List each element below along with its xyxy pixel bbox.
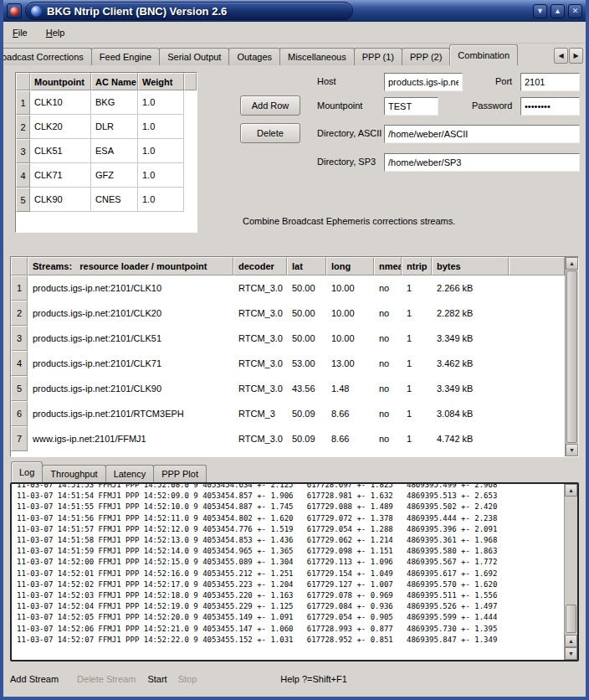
password-input[interactable]: [520, 97, 580, 116]
combination-acname-cell[interactable]: GFZ: [91, 163, 138, 188]
log-scrollbar[interactable]: ▲ ▲ ▼: [564, 484, 577, 660]
directory-sp3-input[interactable]: [384, 153, 580, 172]
titlebar[interactable]: BKG Ntrip Client (BNC) Version 2.6 ▼ ▲ ✕: [3, 0, 586, 22]
add-row-button[interactable]: Add Row: [240, 95, 300, 116]
delete-button[interactable]: Delete: [240, 123, 300, 143]
streams-table-row[interactable]: 3products.igs-ip.net:2101/CLK51RTCM_3.05…: [11, 326, 565, 351]
stream-ntrip-cell: 1: [402, 376, 432, 401]
log-line: 11-03-07 14:52:07 FFMJ1 PPP 14:52:22.0 9…: [17, 635, 564, 646]
stream-row-filler: [509, 401, 565, 426]
tab-feed-engine[interactable]: Feed Engine: [91, 48, 160, 65]
streams-scrollbar-thumb[interactable]: [566, 270, 577, 443]
combination-mountpoint-cell[interactable]: CLK10: [30, 90, 91, 115]
streams-header-filler: [509, 257, 565, 275]
streams-table-row[interactable]: 7www.igs-ip.net:2101/FFMJ1RTCM_3.050.098…: [11, 426, 565, 451]
tab-serial-output[interactable]: Serial Output: [159, 48, 229, 65]
stream-row-filler: [509, 326, 565, 351]
combination-acname-cell[interactable]: CNES: [91, 188, 138, 212]
streams-table-row[interactable]: 5products.igs-ip.net:2101/CLK90RTCM_3.04…: [11, 376, 565, 401]
combination-weight-cell[interactable]: 1.0: [138, 163, 184, 188]
maximize-icon[interactable]: ▲: [551, 4, 565, 18]
combination-mountpoint-cell[interactable]: CLK51: [30, 139, 91, 163]
combination-mountpoint-cell[interactable]: CLK71: [30, 163, 91, 188]
combination-row-filler: [184, 90, 197, 115]
close-icon[interactable]: ✕: [568, 4, 582, 18]
combination-row-filler: [184, 163, 197, 188]
log-line: 11-03-07 14:51:59 FFMJ1 PPP 14:52:14.0 9…: [17, 546, 564, 557]
stream-mountpoint-cell: products.igs-ip.net:2101/CLK51: [28, 326, 233, 351]
combination-mountpoint-cell[interactable]: CLK20: [30, 115, 91, 139]
window-menu-button[interactable]: [7, 3, 22, 18]
start-button[interactable]: Start: [147, 674, 166, 684]
menu-file[interactable]: File: [10, 26, 30, 39]
streams-table-row[interactable]: 4products.igs-ip.net:2101/CLK71RTCM_3.05…: [11, 351, 565, 376]
port-input[interactable]: [520, 73, 580, 91]
streams-table-row[interactable]: 2products.igs-ip.net:2101/CLK20RTCM_3.05…: [11, 301, 565, 326]
combination-weight-cell[interactable]: 1.0: [138, 139, 184, 163]
log-scrollbar-track[interactable]: [565, 497, 577, 635]
streams-corner-cell: [11, 257, 28, 275]
directory-ascii-input[interactable]: [384, 125, 580, 143]
combination-mountpoint-cell[interactable]: CLK90: [30, 188, 91, 212]
tab-latency[interactable]: Latency: [105, 465, 155, 482]
combination-weight-cell[interactable]: 1.0: [138, 188, 184, 212]
minimize-icon[interactable]: ▼: [533, 4, 547, 18]
log-scrollbar-thumb[interactable]: [566, 605, 576, 633]
tab-scroll-right-icon[interactable]: ▶: [569, 48, 583, 64]
mountpoint-input[interactable]: [384, 97, 438, 116]
combination-acname-cell[interactable]: ESA: [91, 139, 138, 163]
title-capsule: BKG Ntrip Client (BNC) Version 2.6: [25, 2, 353, 20]
port-label: Port: [495, 76, 512, 86]
stream-decoder-cell: RTCM_3.0: [233, 426, 287, 451]
scroll-up-icon[interactable]: ▲: [566, 257, 578, 270]
bnc-window: BKG Ntrip Client (BNC) Version 2.6 ▼ ▲ ✕…: [0, 0, 589, 700]
scroll-down-icon[interactable]: ▼: [566, 444, 578, 456]
combination-weight-cell[interactable]: 1.0: [138, 90, 184, 115]
stream-long-cell: 10.00: [326, 326, 374, 351]
log-line: 11-03-07 14:52:02 FFMJ1 PPP 14:52:17.0 9…: [17, 579, 564, 590]
combination-row-number: 4: [16, 163, 30, 188]
combination-table-row: 4CLK71GFZ1.0: [16, 163, 197, 188]
streams-table-row[interactable]: 1products.igs-ip.net:2101/CLK10RTCM_3.05…: [11, 275, 565, 301]
combination-row-number: 1: [16, 90, 30, 115]
log-line: 11-03-07 14:51:58 FFMJ1 PPP 14:52:13.0 9…: [17, 535, 564, 546]
scroll-down-icon[interactable]: ▼: [565, 647, 577, 660]
streams-table-row[interactable]: 6products.igs-ip.net:2101/RTCM3EPHRTCM_3…: [11, 401, 565, 426]
window-title: BKG Ntrip Client (BNC) Version 2.6: [47, 5, 227, 18]
combination-weight-cell[interactable]: 1.0: [138, 115, 184, 139]
stream-lat-cell: 43.56: [287, 376, 326, 401]
combination-table-row: 3CLK51ESA1.0: [16, 139, 197, 163]
tab-scroll-left-icon[interactable]: ◀: [554, 48, 568, 64]
scroll-up-icon[interactable]: ▲: [565, 484, 577, 497]
tab-ppp-2-[interactable]: PPP (2): [402, 48, 450, 65]
log-line: 11-03-07 14:51:53 FFMJ1 PPP 14:52:08.0 9…: [17, 484, 564, 491]
tab-combination[interactable]: Combination: [449, 44, 518, 65]
log-line: 11-03-07 14:51:55 FFMJ1 PPP 14:52:10.0 9…: [17, 502, 564, 512]
tab-log[interactable]: Log: [11, 461, 43, 482]
tab-outages[interactable]: Outages: [228, 48, 280, 65]
combination-row-filler: [184, 139, 197, 163]
combination-acname-cell[interactable]: BKG: [91, 90, 138, 115]
scroll-up-icon[interactable]: ▲: [565, 635, 577, 647]
streams-table: Streams: resource loader / mountpointdec…: [11, 257, 565, 456]
stream-lat-cell: 50.00: [287, 326, 326, 351]
streams-scrollbar[interactable]: ▲ ▼: [565, 257, 578, 456]
stream-long-cell: 1.48: [326, 376, 374, 401]
add-stream-button[interactable]: Add Stream: [10, 674, 59, 684]
log-line: 11-03-07 14:52:06 FFMJ1 PPP 14:52:21.0 9…: [17, 624, 564, 635]
host-input[interactable]: [384, 73, 463, 91]
stream-ntrip-cell: 1: [402, 426, 432, 451]
combination-panel: MountpointAC NameWeight1CLK10BKG1.02CLK2…: [3, 65, 586, 253]
tab-ppp-plot[interactable]: PPP Plot: [153, 465, 207, 482]
menu-help[interactable]: Help: [44, 26, 68, 39]
stream-decoder-cell: RTCM_3.0: [233, 326, 287, 351]
streams-scrollbar-track[interactable]: [566, 270, 578, 444]
tab-ppp-1-[interactable]: PPP (1): [354, 48, 402, 65]
combination-header-filler: [184, 73, 197, 90]
combination-acname-cell[interactable]: DLR: [91, 115, 138, 139]
stream-ntrip-cell: 1: [402, 401, 432, 426]
tab-oadcast-corrections[interactable]: oadcast Corrections: [3, 48, 92, 65]
combination-row-number: 2: [16, 115, 30, 139]
tab-throughput[interactable]: Throughput: [42, 465, 105, 482]
tab-miscellaneous[interactable]: Miscellaneous: [279, 48, 355, 65]
